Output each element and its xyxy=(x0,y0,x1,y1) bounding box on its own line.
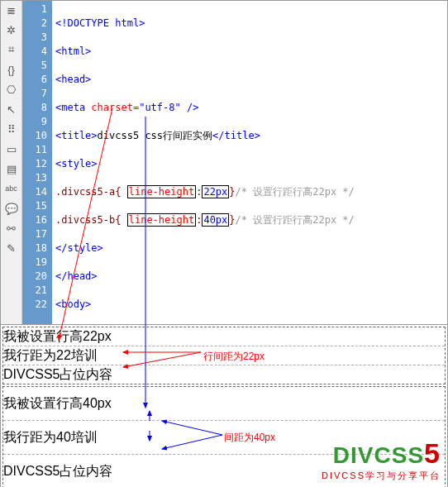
gear-icon[interactable]: ✲ xyxy=(4,22,19,37)
pencil-icon[interactable]: ✎ xyxy=(4,241,19,255)
tag-icon[interactable]: ⎔ xyxy=(4,82,19,97)
preview-row: 我被设置行高22px xyxy=(3,327,445,346)
abc-icon[interactable]: abc xyxy=(4,181,19,196)
annotation-40px: 间距为40px xyxy=(224,431,275,445)
line-gutter: 12345678910111213141516171819202122 xyxy=(22,1,52,324)
editor-toolbar: ≣ ✲ ⌗ {} ⎔ ↖ ⠿ ▭ ▤ abc 💬 ⚯ ✎ xyxy=(1,1,22,324)
watermark: DIVCSS5 DIVCSS学习与分享平台 xyxy=(322,437,441,482)
dotgrid-icon[interactable]: ⠿ xyxy=(4,122,19,136)
code-editor: ≣ ✲ ⌗ {} ⎔ ↖ ⠿ ▭ ▤ abc 💬 ⚯ ✎ 12345678910… xyxy=(1,1,447,325)
link-icon[interactable]: ⚯ xyxy=(4,221,19,236)
box-icon[interactable]: ▭ xyxy=(4,141,19,156)
code-area[interactable]: <!DOCTYPE html> <html> <head> <meta char… xyxy=(52,1,447,324)
dashed-icon[interactable]: ⌗ xyxy=(4,42,19,57)
preview-pane: 我被设置行高22px 我行距为22培训 DIVCSS5占位内容 我被设置行高40… xyxy=(1,325,447,487)
pointer-icon[interactable]: ↖ xyxy=(4,102,19,117)
image-icon[interactable]: ▤ xyxy=(4,161,19,176)
brackets-icon[interactable]: {} xyxy=(4,62,19,77)
layers-icon[interactable]: ≣ xyxy=(4,2,19,17)
preview-row: DIVCSS5占位内容 xyxy=(3,365,445,384)
annotation-22px: 行间距为22px xyxy=(203,350,265,364)
speech-icon[interactable]: 💬 xyxy=(4,201,19,216)
preview-row: 我被设置行高40px xyxy=(3,387,445,421)
